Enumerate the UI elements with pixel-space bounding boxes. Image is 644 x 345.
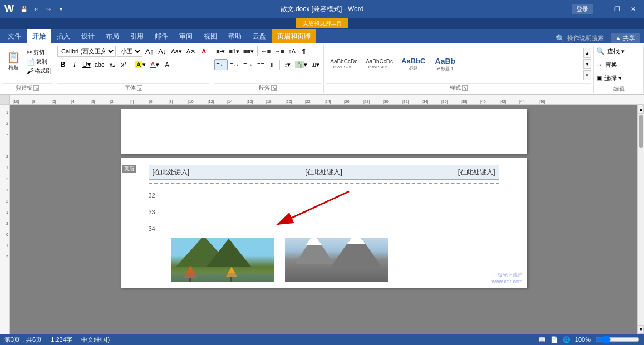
grow-font-button[interactable]: A↑ (144, 46, 155, 57)
tab-design[interactable]: 设计 (76, 29, 100, 43)
page-main: 页眉 [在此处键入] [在此处键入] [在此处键入] (121, 158, 527, 288)
minimize-button[interactable]: ─ (595, 3, 608, 14)
vruler-mark: 1 (6, 166, 8, 170)
italic-button[interactable]: I (69, 59, 80, 70)
format-painter-button[interactable]: 🖌 格式刷 (26, 67, 52, 76)
zoom-slider[interactable] (595, 335, 640, 344)
select-button[interactable]: 选择 ▾ (603, 72, 623, 83)
align-right-button[interactable]: ≡→ (242, 59, 254, 70)
subscript-button[interactable]: x₂ (106, 59, 117, 70)
web-layout-button[interactable]: 🌐 (563, 336, 571, 343)
header-field-center[interactable]: [在此处键入] (305, 167, 342, 177)
scroll-up-button[interactable]: ▲ (638, 105, 644, 114)
font-color2-icon: A (150, 61, 156, 68)
font-size-select[interactable]: 小五 (117, 46, 142, 57)
style-nospacing-item[interactable]: AaBbCcDc ↵WPSOr... (362, 48, 397, 80)
vertical-scrollbar[interactable]: ▲ ▼ (637, 105, 644, 334)
header-field-left[interactable]: [在此处键入] (153, 167, 190, 177)
tab-mailings[interactable]: 邮件 (149, 29, 174, 43)
sort-button[interactable]: ↕A (287, 46, 298, 57)
page-text-area[interactable] (171, 190, 499, 232)
font-color-button[interactable]: A (198, 46, 209, 57)
font-expand-button[interactable]: ↘ (137, 85, 142, 91)
superscript-button[interactable]: x² (118, 59, 129, 70)
style-heading2-item[interactable]: AaBb ↵标题 1 (430, 48, 460, 80)
styles-scroll-down-button[interactable]: ▼ (583, 59, 591, 69)
styles-expand-button[interactable]: ↘ (462, 85, 468, 91)
style-normal-item[interactable]: AaBbCcDc ↵WPSOf... (326, 48, 361, 80)
tab-file[interactable]: 文件 (2, 29, 27, 43)
underline-button[interactable]: U▾ (81, 59, 92, 70)
line-number-34: 34 (149, 225, 171, 232)
copy-button[interactable]: 📄 复制 (26, 57, 52, 66)
paste-button[interactable]: 📋 粘贴 (2, 46, 24, 77)
tab-help[interactable]: 帮助 (223, 29, 247, 43)
increase-indent-button[interactable]: →≡ (273, 46, 286, 57)
tab-layout[interactable]: 布局 (100, 29, 125, 43)
tab-view[interactable]: 视图 (198, 29, 223, 43)
borders-button[interactable]: ⊞▾ (309, 59, 321, 70)
align-center-button[interactable]: ≡↔ (228, 59, 241, 70)
close-button[interactable]: ✕ (626, 3, 640, 14)
cut-button[interactable]: ✂ 剪切 (26, 48, 52, 57)
shading-button[interactable]: ░▾ (293, 59, 309, 70)
tab-insert[interactable]: 插入 (51, 29, 76, 43)
separator2 (257, 46, 258, 56)
replace-button[interactable]: 替换 (603, 59, 619, 70)
bullets-button[interactable]: ≡•▾ (214, 46, 227, 57)
line-spacing-button[interactable]: ↕▾ (282, 59, 293, 70)
vertical-ruler: 1 2 − 2 1 2 1 2 1 2 0 1 2 (0, 105, 10, 334)
tab-references[interactable]: 引用 (125, 29, 149, 43)
document-area[interactable]: 页眉 [在此处键入] [在此处键入] [在此处键入] (10, 105, 637, 334)
quick-access-toolbar: 💾 ↩ ↪ ▾ (18, 3, 66, 14)
tab-home[interactable]: 开始 (27, 29, 51, 43)
ruler-mark: |26| (344, 100, 350, 103)
scroll-down-button[interactable]: ▼ (638, 325, 644, 334)
paragraph-expand-button[interactable]: ↘ (271, 85, 277, 91)
show-formatting-button[interactable]: ¶ (298, 46, 309, 57)
font-label-text: 字体 (125, 84, 136, 92)
decrease-indent-button[interactable]: ←≡ (259, 46, 272, 57)
header-fields-row[interactable]: [在此处键入] [在此处键入] [在此处键入] (149, 165, 499, 180)
highlight-button[interactable]: A▾ (133, 59, 147, 70)
header-field-right[interactable]: [在此处键入] (458, 167, 495, 177)
columns-button[interactable]: ⫿ (267, 59, 278, 70)
redo-qat-button[interactable]: ↪ (43, 3, 54, 14)
shrink-font-button[interactable]: A↓ (156, 46, 168, 57)
print-layout-button[interactable]: 📄 (550, 336, 558, 343)
font-name-select[interactable]: Calibri (西文正文 (57, 46, 116, 57)
undo-qat-button[interactable]: ↩ (31, 3, 42, 14)
clipboard-label-text: 剪贴板 (16, 84, 32, 92)
tab-header-footer[interactable]: 页眉和页脚 (272, 29, 316, 43)
styles-more-button[interactable]: ≡ (583, 70, 591, 80)
styles-scroll-up-button[interactable]: ▲ (583, 48, 591, 58)
zoom-level: 100% (575, 336, 591, 343)
login-button[interactable]: 登录 (572, 4, 593, 14)
align-left-button[interactable]: ≡← (214, 59, 227, 70)
ruler-mark: |46| (539, 100, 545, 103)
style-heading1-label: 标题 (409, 65, 418, 71)
style-heading1-item[interactable]: AaBbC 标题 (397, 48, 429, 80)
water (171, 273, 274, 282)
share-button[interactable]: ▲ 共享 (611, 33, 640, 43)
multilevel-button[interactable]: ≡≡▾ (242, 46, 255, 57)
font-color2-button[interactable]: A▾ (148, 59, 161, 70)
change-case-button[interactable]: Aa▾ (169, 46, 183, 57)
restore-button[interactable]: ❐ (611, 3, 624, 14)
clear-format-button[interactable]: A✕ (185, 46, 197, 57)
bold-button[interactable]: B (57, 59, 68, 70)
tab-cloud[interactable]: 云盘 (247, 29, 272, 43)
style-normal-preview: AaBbCcDc (330, 58, 357, 65)
strikethrough-button[interactable]: abc (93, 59, 106, 70)
find-button[interactable]: 查找 ▾ (606, 46, 626, 57)
tab-review[interactable]: 审阅 (174, 29, 198, 43)
clipboard-expand-button[interactable]: ↘ (33, 85, 39, 91)
save-qat-button[interactable]: 💾 (18, 3, 30, 14)
read-mode-button[interactable]: 📖 (538, 336, 546, 343)
numbering-button[interactable]: ≡1▾ (227, 46, 241, 57)
char-shading-button[interactable]: A (161, 59, 173, 70)
scrollbar-thumb[interactable] (639, 115, 643, 148)
context-tab-label[interactable]: 页眉和页脚工具 (296, 18, 348, 28)
customize-qat-button[interactable]: ▾ (55, 3, 66, 14)
justify-button[interactable]: ≡≡ (255, 59, 266, 70)
